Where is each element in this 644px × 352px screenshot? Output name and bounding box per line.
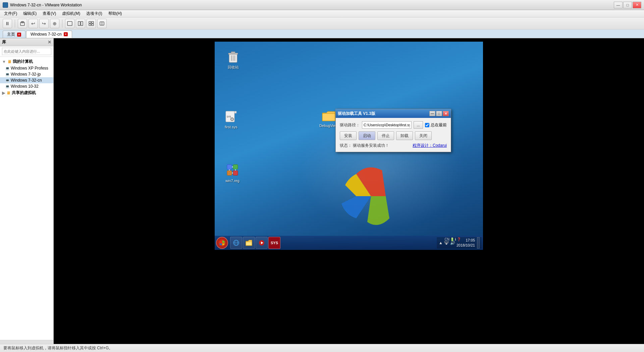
- sidebar-header: 库 ✕: [0, 38, 53, 46]
- sidebar-item-win7jp[interactable]: 💻 Windows 7-32-jp: [0, 71, 53, 77]
- tray-show-desktop[interactable]: [477, 237, 480, 249]
- dialog-designer-link[interactable]: 程序设计：Codarui: [413, 143, 447, 148]
- dialog-close-action[interactable]: 关闭: [415, 131, 432, 140]
- menu-edit[interactable]: 编辑(E): [20, 10, 39, 17]
- sidebar-scrollbar[interactable]: [0, 340, 53, 344]
- menu-help[interactable]: 帮助(H): [106, 10, 125, 17]
- expand-icon: ▼: [2, 59, 6, 64]
- start-button[interactable]: 启动: [359, 131, 375, 140]
- titlebar-icon: [3, 2, 8, 8]
- dialog-titlebar[interactable]: 驱动加载工具 V1.3版 — □ ✕: [336, 109, 451, 118]
- desktop-icon-recycle[interactable]: 回收站: [221, 48, 245, 71]
- reg-file-icon: [226, 164, 238, 177]
- always-on-top-checkbox[interactable]: [425, 123, 429, 127]
- install-button[interactable]: 安装: [340, 131, 357, 140]
- svg-point-28: [229, 169, 230, 171]
- win7-desktop[interactable]: 回收站 SYS first.sys: [215, 42, 483, 250]
- taskbar-ie[interactable]: [230, 237, 242, 249]
- tab-vm[interactable]: Windows 7-32-cn ✕: [26, 31, 72, 38]
- toolbar-pause-button[interactable]: ⏸: [3, 19, 12, 28]
- toolbar-view1-button[interactable]: [65, 19, 74, 28]
- uninstall-button[interactable]: 卸载: [396, 131, 413, 140]
- toolbar-undo-button[interactable]: ↩: [29, 19, 38, 28]
- sidebar-search-input[interactable]: [2, 48, 51, 55]
- sidebar-tree: ▼ 🖥 我的计算机 💻 Windows XP Profess 💻 Windows…: [0, 57, 53, 340]
- statusbar: 要将鼠标移入到虚拟机，请将鼠标指针移入其中或按 Ctrl+G。: [0, 344, 644, 352]
- tree-label: Windows 7-32-jp: [11, 72, 41, 77]
- sidebar-search: [0, 46, 53, 57]
- menu-vm[interactable]: 虚拟机(M): [59, 10, 83, 17]
- tree-label: Windows 10-32: [11, 84, 39, 89]
- tray-up-icon[interactable]: ▲: [439, 240, 443, 245]
- main-layout: 库 ✕ ▼ 🖥 我的计算机 💻 Windows XP Profess 💻 Win…: [0, 38, 644, 344]
- dialog-close-button[interactable]: ✕: [443, 111, 449, 116]
- sys-file-icon: SYS: [225, 110, 237, 123]
- desktop-icon-firstsys[interactable]: SYS first.sys: [219, 109, 243, 131]
- recycle-bin-label: 回收站: [223, 65, 244, 70]
- sidebar-item-my-computer[interactable]: ▼ 🖥 我的计算机: [0, 58, 53, 65]
- sys-app-label: SYS: [271, 241, 278, 245]
- dialog-title: 驱动加载工具 V1.3版: [338, 111, 429, 117]
- vm-display[interactable]: 回收站 SYS first.sys: [54, 38, 644, 344]
- svg-rect-4: [81, 21, 83, 26]
- win7-taskbar[interactable]: SYS CN 🔋 ℹ ❓ ▲: [215, 236, 483, 250]
- dialog-maximize-button[interactable]: □: [436, 111, 442, 116]
- taskbar-media[interactable]: [256, 237, 268, 249]
- firstsys-label: first.sys: [221, 125, 241, 129]
- svg-text:SYS: SYS: [227, 116, 231, 118]
- tab-vm-close[interactable]: ✕: [64, 32, 68, 36]
- dialog-action-buttons: 安装 启动 停止 卸载 关闭: [340, 131, 447, 140]
- vm-icon: 💻: [5, 85, 9, 88]
- dialog-always-on-top[interactable]: 总在最前: [425, 122, 447, 128]
- menu-view[interactable]: 查看(V): [40, 10, 59, 17]
- titlebar-title: Windows 7-32-cn - VMware Workstation: [10, 3, 614, 7]
- menu-file[interactable]: 文件(F): [1, 10, 20, 17]
- maximize-button[interactable]: □: [623, 2, 632, 8]
- taskbar-explorer[interactable]: [243, 237, 255, 249]
- stop-button[interactable]: 停止: [377, 131, 394, 140]
- svg-rect-5: [89, 21, 91, 23]
- sidebar-item-win7cn[interactable]: 💻 Windows 7-32-cn: [0, 77, 53, 83]
- tab-home[interactable]: 主页 ✕: [3, 31, 25, 38]
- tree-label: 共享的虚拟机: [12, 90, 36, 96]
- toolbar-redo-button[interactable]: ↪: [39, 19, 49, 28]
- sidebar-item-win10[interactable]: 💻 Windows 10-32: [0, 83, 53, 89]
- toolbar-send-button[interactable]: [18, 19, 27, 28]
- expand-icon: ▶: [2, 91, 5, 95]
- toolbar-view3-button[interactable]: [87, 19, 96, 28]
- vm-screen[interactable]: 回收站 SYS first.sys: [215, 42, 483, 250]
- toolbar-view2-button[interactable]: [76, 19, 85, 28]
- titlebar: Windows 7-32-cn - VMware Workstation — □…: [0, 0, 644, 10]
- desktop-icon-win7reg[interactable]: win7.reg: [221, 163, 244, 184]
- menu-tabs[interactable]: 选项卡(I): [84, 10, 105, 17]
- explorer-icon: [246, 240, 252, 246]
- recycle-icon: [227, 50, 239, 63]
- dialog-minimize-button[interactable]: —: [429, 111, 435, 116]
- toolbar-fullscreen-button[interactable]: [97, 19, 107, 28]
- svg-rect-26: [233, 171, 238, 175]
- menubar: 文件(F) 编辑(E) 查看(V) 虚拟机(M) 选项卡(I) 帮助(H): [0, 10, 644, 17]
- sidebar-item-shared[interactable]: ▶ 🖥 共享的虚拟机: [0, 89, 53, 96]
- start-button[interactable]: [216, 237, 228, 249]
- tab-vm-label: Windows 7-32-cn: [31, 32, 62, 37]
- driver-path-input[interactable]: [362, 121, 412, 129]
- taskbar-sys-app[interactable]: SYS: [268, 237, 280, 249]
- svg-rect-24: [233, 165, 238, 169]
- tree-icon: 🖥: [7, 59, 11, 64]
- toolbar: ⏸ ↩ ↪ ⊕: [0, 17, 644, 30]
- svg-rect-7: [89, 24, 91, 26]
- toolbar-zoom-button[interactable]: ⊕: [50, 19, 59, 28]
- tree-label: Windows XP Profess: [11, 66, 48, 71]
- sidebar-item-xp[interactable]: 💻 Windows XP Profess: [0, 65, 53, 71]
- close-button[interactable]: ✕: [633, 2, 641, 8]
- dialog-browse-button[interactable]: ...: [414, 121, 423, 129]
- dialog-path-label: 驱动路径：: [340, 122, 360, 128]
- driver-tool-dialog: 驱动加载工具 V1.3版 — □ ✕ 驱动路径： ... 总在最前: [335, 109, 451, 152]
- svg-point-30: [232, 172, 233, 174]
- minimize-button[interactable]: —: [614, 2, 623, 8]
- tab-home-close[interactable]: ✕: [17, 33, 21, 37]
- sidebar: 库 ✕ ▼ 🖥 我的计算机 💻 Windows XP Profess 💻 Win…: [0, 38, 54, 344]
- vm-icon: 💻: [5, 67, 9, 70]
- tree-label: Windows 7-32-cn: [11, 78, 42, 83]
- sidebar-close-button[interactable]: ✕: [48, 40, 51, 45]
